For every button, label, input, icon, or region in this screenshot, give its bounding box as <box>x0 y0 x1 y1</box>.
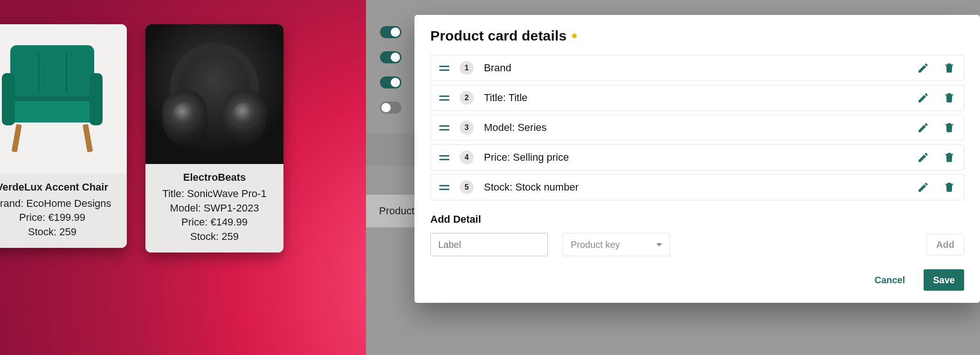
add-button[interactable]: Add <box>926 234 964 255</box>
unsaved-indicator-icon <box>572 34 577 38</box>
detail-row: 5 Stock: Stock number <box>430 174 964 200</box>
edit-button[interactable] <box>917 92 929 104</box>
preview-card-info: VerdeLux Accent Chair Brand: EcoHome Des… <box>0 174 127 248</box>
delete-button[interactable] <box>943 62 955 74</box>
delete-button[interactable] <box>943 122 955 134</box>
add-detail-section: Add Detail Product key Add <box>430 213 964 256</box>
setting-toggle[interactable] <box>380 26 401 38</box>
product-key-select[interactable]: Product key <box>563 233 670 256</box>
add-detail-heading: Add Detail <box>430 213 964 225</box>
modal-title: Product card details <box>430 28 964 44</box>
setting-toggle[interactable] <box>380 51 401 63</box>
label-input[interactable] <box>430 233 548 256</box>
preview-card-line: Brand: EcoHome Designs <box>0 197 121 211</box>
preview-card-info: ElectroBeats Title: SonicWave Pro-1 Mode… <box>145 164 283 253</box>
detail-index: 2 <box>460 91 474 105</box>
trash-icon <box>943 151 955 164</box>
delete-button[interactable] <box>943 92 955 104</box>
drag-handle-icon[interactable] <box>439 96 449 101</box>
preview-card-line: Stock: 259 <box>0 225 121 239</box>
detail-row: 4 Price: Selling price <box>430 144 964 171</box>
modal-footer: Cancel Save <box>430 269 964 291</box>
setting-toggle[interactable] <box>380 102 401 114</box>
preview-card-image <box>0 24 127 174</box>
detail-index: 3 <box>460 121 474 135</box>
trash-icon <box>943 122 955 134</box>
preview-pane: VerdeLux Accent Chair Brand: EcoHome Des… <box>0 0 366 355</box>
pencil-icon <box>917 92 929 104</box>
preview-card-line: Title: SonicWave Pro-1 <box>151 187 278 201</box>
settings-pane: Product k Product card details 1 Brand <box>366 0 980 355</box>
pencil-icon <box>917 181 929 193</box>
detail-label: Title: Title <box>484 92 907 104</box>
drag-handle-icon[interactable] <box>439 66 449 71</box>
detail-label: Price: Selling price <box>484 151 907 164</box>
modal-title-text: Product card details <box>430 28 566 44</box>
drag-handle-icon[interactable] <box>439 155 449 160</box>
edit-button[interactable] <box>917 122 929 134</box>
preview-card-title: VerdeLux Accent Chair <box>0 180 121 195</box>
pencil-icon <box>917 62 929 74</box>
pencil-icon <box>917 151 929 164</box>
edit-button[interactable] <box>917 62 929 74</box>
preview-card: VerdeLux Accent Chair Brand: EcoHome Des… <box>0 24 127 248</box>
delete-button[interactable] <box>943 151 955 164</box>
detail-rows: 1 Brand 2 Title: Title <box>430 55 964 200</box>
product-key-select-placeholder: Product key <box>571 239 620 250</box>
preview-card: ElectroBeats Title: SonicWave Pro-1 Mode… <box>145 24 283 253</box>
pencil-icon <box>917 122 929 134</box>
detail-label: Model: Series <box>484 122 907 134</box>
preview-card-image <box>145 24 283 164</box>
detail-index: 1 <box>460 61 474 75</box>
setting-toggle[interactable] <box>380 76 401 89</box>
chair-illustration <box>3 45 101 152</box>
background-toggles <box>380 26 401 114</box>
preview-card-line: Price: €199.99 <box>0 211 121 225</box>
preview-card-line: Model: SWP1-2023 <box>151 201 278 216</box>
detail-index: 4 <box>460 150 474 164</box>
cancel-button[interactable]: Cancel <box>865 269 915 291</box>
detail-label: Stock: Stock number <box>484 181 907 193</box>
product-card-details-modal: Product card details 1 Brand <box>414 15 980 303</box>
save-button[interactable]: Save <box>924 269 964 291</box>
preview-card-line: Stock: 259 <box>151 230 278 244</box>
trash-icon <box>943 181 955 193</box>
headphones-illustration <box>161 38 268 150</box>
edit-button[interactable] <box>917 181 929 193</box>
drag-handle-icon[interactable] <box>439 125 449 130</box>
detail-label: Brand <box>484 62 907 74</box>
edit-button[interactable] <box>917 151 929 164</box>
detail-row: 3 Model: Series <box>430 115 964 141</box>
trash-icon <box>943 62 955 74</box>
detail-index: 5 <box>460 180 474 194</box>
detail-row: 2 Title: Title <box>430 85 964 111</box>
drag-handle-icon[interactable] <box>439 185 449 190</box>
preview-card-line: Price: €149.99 <box>151 215 278 230</box>
preview-card-title: ElectroBeats <box>151 171 278 185</box>
detail-row: 1 Brand <box>430 55 964 81</box>
trash-icon <box>943 92 955 104</box>
chevron-down-icon <box>656 243 662 246</box>
delete-button[interactable] <box>943 181 955 193</box>
